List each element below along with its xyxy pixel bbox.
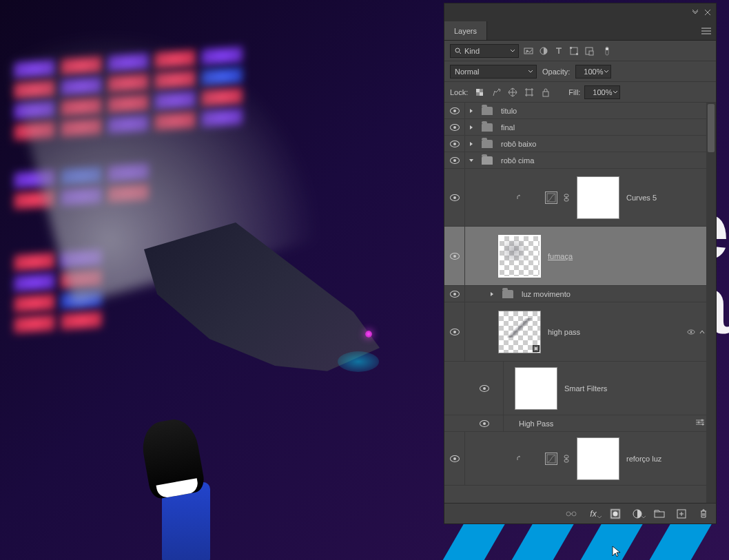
filter-options-icon[interactable] bbox=[695, 419, 705, 428]
disclosure-icon[interactable] bbox=[468, 141, 475, 147]
adjustment-curves-icon[interactable] bbox=[545, 453, 557, 465]
layer-name[interactable]: reforço luz bbox=[626, 455, 661, 463]
new-group-icon[interactable] bbox=[654, 508, 665, 519]
svg-rect-1 bbox=[524, 48, 533, 54]
chevron-down-icon bbox=[528, 69, 533, 74]
layer-row-group[interactable]: luz movimento bbox=[444, 286, 716, 302]
new-layer-icon[interactable] bbox=[676, 508, 687, 519]
visibility-toggle-icon[interactable] bbox=[450, 157, 460, 164]
layer-row-adjustment[interactable]: reforço luz bbox=[444, 432, 716, 486]
layer-row-filter-entry[interactable]: High Pass bbox=[444, 415, 716, 432]
filter-visibility-icon[interactable] bbox=[687, 329, 695, 335]
layer-row-group[interactable]: titulo bbox=[444, 103, 716, 119]
link-mask-icon[interactable] bbox=[563, 455, 571, 463]
disclosure-icon[interactable] bbox=[468, 158, 475, 163]
visibility-toggle-icon[interactable] bbox=[480, 385, 489, 392]
layer-name[interactable]: Smart Filters bbox=[564, 384, 607, 393]
layer-name[interactable]: High Pass bbox=[519, 419, 553, 428]
robot-figure bbox=[131, 214, 393, 393]
layer-name[interactable]: luz movimento bbox=[522, 290, 571, 298]
fill-input[interactable]: 100% bbox=[584, 85, 620, 99]
visibility-toggle-icon[interactable] bbox=[450, 329, 460, 335]
filter-shape-icon[interactable] bbox=[568, 45, 579, 56]
filter-pixel-icon[interactable] bbox=[523, 45, 534, 56]
lock-artboard-icon[interactable] bbox=[523, 86, 535, 98]
svg-rect-13 bbox=[480, 92, 483, 96]
layer-row-smartobject[interactable]: ▣ high pass bbox=[444, 302, 716, 362]
disclosure-icon[interactable] bbox=[468, 108, 475, 114]
svg-point-22 bbox=[698, 421, 700, 423]
layer-row-adjustment[interactable]: Curves 5 bbox=[444, 169, 716, 227]
layer-row-group[interactable]: final bbox=[444, 119, 716, 136]
disclosure-icon[interactable] bbox=[468, 125, 475, 130]
visibility-toggle-icon[interactable] bbox=[450, 107, 460, 114]
svg-point-20 bbox=[690, 331, 692, 333]
panel-menu-icon[interactable] bbox=[697, 21, 716, 40]
svg-rect-15 bbox=[543, 92, 548, 96]
chevron-down-icon bbox=[604, 69, 609, 74]
clip-indicator-icon bbox=[516, 455, 524, 463]
blend-mode-row: Normal Opacity: 100% bbox=[444, 61, 716, 82]
layer-name[interactable]: fumaça bbox=[548, 252, 573, 260]
adjustment-curves-icon[interactable] bbox=[545, 191, 557, 204]
panel-titlebar bbox=[444, 3, 716, 21]
lock-position-icon[interactable] bbox=[506, 86, 519, 98]
visibility-toggle-icon[interactable] bbox=[450, 455, 460, 462]
filter-type-icon[interactable] bbox=[553, 45, 564, 56]
layer-row-raster-selected[interactable]: fumaça bbox=[444, 227, 716, 286]
collapse-icon[interactable] bbox=[691, 8, 699, 17]
link-layers-icon[interactable] bbox=[566, 508, 577, 519]
svg-rect-8 bbox=[589, 51, 593, 55]
filter-type-select[interactable]: Kind bbox=[450, 44, 519, 58]
disclosure-icon[interactable] bbox=[489, 291, 495, 297]
clip-indicator-icon bbox=[516, 194, 524, 202]
tab-layers[interactable]: Layers bbox=[444, 21, 487, 40]
layer-thumbnail[interactable] bbox=[498, 235, 541, 278]
filter-toggle-icon[interactable] bbox=[602, 45, 613, 56]
layer-name[interactable]: final bbox=[501, 123, 515, 132]
add-mask-icon[interactable] bbox=[610, 508, 621, 519]
floor-stripes bbox=[441, 519, 729, 560]
layer-name[interactable]: titulo bbox=[501, 107, 517, 115]
layer-row-group[interactable]: robô cima bbox=[444, 152, 716, 169]
visibility-toggle-icon[interactable] bbox=[480, 420, 489, 427]
new-adjustment-icon[interactable] bbox=[632, 508, 643, 519]
close-panel-icon[interactable] bbox=[704, 8, 712, 17]
svg-point-23 bbox=[702, 423, 704, 425]
layer-row-group[interactable]: robô baixo bbox=[444, 136, 716, 152]
blend-mode-select[interactable]: Normal bbox=[450, 65, 537, 79]
visibility-toggle-icon[interactable] bbox=[450, 253, 460, 260]
layer-thumbnail[interactable]: ▣ bbox=[498, 311, 541, 353]
delete-layer-icon[interactable] bbox=[698, 508, 709, 519]
visibility-toggle-icon[interactable] bbox=[450, 291, 460, 298]
visibility-toggle-icon[interactable] bbox=[450, 124, 460, 131]
blend-mode-label: Normal bbox=[455, 68, 479, 76]
layer-name[interactable]: Curves 5 bbox=[626, 194, 657, 202]
visibility-toggle-icon[interactable] bbox=[450, 141, 460, 147]
layer-name[interactable]: robô baixo bbox=[501, 140, 536, 148]
layer-name[interactable]: high pass bbox=[548, 328, 580, 336]
layers-list[interactable]: titulo final robô baixo robô cima bbox=[444, 103, 716, 503]
layer-mask-thumb[interactable] bbox=[577, 437, 619, 480]
layer-style-icon[interactable]: fx bbox=[588, 508, 599, 519]
link-mask-icon[interactable] bbox=[563, 194, 571, 202]
folder-icon bbox=[482, 140, 493, 148]
opacity-input[interactable]: 100% bbox=[575, 65, 611, 79]
visibility-toggle-icon[interactable] bbox=[450, 194, 460, 201]
smartobject-badge-icon: ▣ bbox=[533, 345, 540, 352]
svg-point-0 bbox=[455, 48, 460, 52]
lock-transparency-icon[interactable] bbox=[473, 86, 486, 98]
lock-pixels-icon[interactable] bbox=[490, 86, 502, 98]
filter-adjustment-icon[interactable] bbox=[538, 45, 549, 56]
filter-mask-thumb[interactable] bbox=[515, 367, 557, 410]
filter-smartobject-icon[interactable] bbox=[584, 45, 595, 56]
scrollbar[interactable] bbox=[706, 103, 716, 503]
layer-name[interactable]: robô cima bbox=[501, 156, 534, 165]
layer-mask-thumb[interactable] bbox=[577, 176, 619, 219]
disclosure-up-icon[interactable] bbox=[699, 329, 705, 335]
layer-row-smartfilters[interactable]: Smart Filters bbox=[444, 362, 716, 415]
scroll-thumb[interactable] bbox=[708, 104, 715, 152]
svg-rect-5 bbox=[570, 47, 572, 49]
lock-all-icon[interactable] bbox=[540, 86, 552, 98]
svg-point-10 bbox=[606, 48, 608, 50]
